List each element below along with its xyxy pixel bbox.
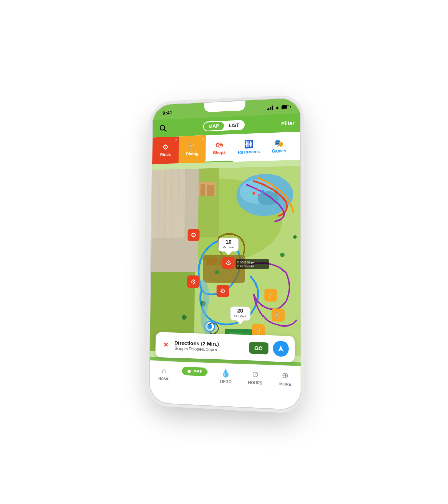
navigation-button[interactable]	[273, 341, 289, 357]
shops-label: Shops	[213, 150, 226, 155]
rides-label: Rides	[160, 152, 171, 158]
dining-icon: 🍴	[188, 142, 197, 150]
more-icon: ⊕	[282, 371, 289, 380]
nav-map[interactable]: MAP	[182, 367, 208, 376]
status-time: 9:41	[163, 110, 173, 116]
svg-text:X: 3382.52 px: X: 3382.52 px	[237, 261, 254, 264]
games-label: Games	[272, 148, 286, 154]
svg-rect-25	[200, 184, 205, 196]
category-games[interactable]: 🎭 Games	[265, 132, 294, 161]
directions-go-button[interactable]: GO	[249, 342, 269, 354]
svg-text:10: 10	[226, 239, 232, 245]
directions-close-button[interactable]: ✕	[161, 340, 170, 350]
svg-text:🍴: 🍴	[255, 327, 262, 334]
hpgo-label: HPGO	[220, 379, 232, 384]
restrooms-icon: 🚻	[244, 140, 254, 148]
bottom-nav: ⌂ HOME MAP 💧 HPGO ⊙ HOURS	[150, 360, 301, 410]
map-active-pill: MAP	[182, 367, 208, 376]
nav-more[interactable]: ⊕ MORE	[274, 371, 296, 387]
svg-text:⚙: ⚙	[226, 259, 231, 267]
status-icons: ▲	[267, 104, 289, 110]
svg-text:⚙: ⚙	[220, 287, 225, 295]
category-dining[interactable]: 🍴 Dining ✕	[179, 135, 206, 163]
dining-label: Dining	[186, 151, 198, 156]
svg-text:⚙: ⚙	[191, 231, 196, 238]
category-bar: ⚙ Rides ✕ 🍴 Dining ✕ 🛍 Shops 🚻 Restrooms	[152, 132, 300, 164]
nav-hours[interactable]: ⊙ HOURS	[245, 369, 266, 385]
svg-rect-26	[207, 185, 214, 196]
nav-hpgo[interactable]: 💧 HPGO	[215, 368, 236, 384]
svg-point-66	[187, 370, 191, 373]
notch	[204, 101, 246, 112]
rides-icon: ⚙	[162, 144, 169, 151]
map-toggle[interactable]: MAP	[204, 121, 224, 131]
home-icon: ⌂	[162, 366, 166, 375]
hours-label: HOURS	[248, 380, 262, 385]
svg-rect-17	[207, 258, 217, 265]
category-rides[interactable]: ⚙ Rides ✕	[152, 136, 179, 164]
directions-bar: ✕ Directions (2 Min.) SooperDooperLooper…	[155, 332, 295, 362]
screen: 9:41 ▲	[150, 98, 301, 410]
filter-button[interactable]: Filter	[281, 120, 295, 126]
svg-text:⚙: ⚙	[190, 278, 196, 286]
svg-point-62	[280, 253, 284, 257]
svg-text:20: 20	[237, 308, 243, 314]
games-icon: 🎭	[274, 139, 284, 147]
svg-text:Min Wait: Min Wait	[223, 246, 235, 249]
map-area[interactable]: ⚙ ⚙ ⚙ ⚙ 10 Min Wait	[150, 160, 301, 363]
rides-close-icon[interactable]: ✕	[175, 138, 178, 142]
category-shops[interactable]: 🛍 Shops	[206, 134, 233, 163]
map-list-toggle[interactable]: MAP LIST	[203, 120, 245, 131]
dining-close-icon[interactable]: ✕	[202, 137, 204, 141]
list-toggle[interactable]: LIST	[224, 121, 244, 130]
svg-rect-7	[152, 169, 186, 238]
restrooms-label: Restrooms	[238, 149, 260, 155]
search-button[interactable]	[158, 122, 168, 134]
directions-info: Directions (2 Min.) SooperDooperLooper	[174, 340, 244, 354]
svg-line-1	[164, 129, 166, 131]
phone-shell: 9:41 ▲	[150, 98, 301, 410]
hpgo-icon: 💧	[221, 369, 231, 378]
svg-text:🍴: 🍴	[267, 292, 275, 299]
svg-text:Min Wait: Min Wait	[234, 314, 246, 318]
shops-icon: 🛍	[216, 141, 223, 149]
svg-text:Y: 1073.79 px: Y: 1073.79 px	[237, 264, 254, 268]
nav-home[interactable]: ⌂ HOME	[154, 366, 174, 381]
svg-marker-65	[278, 346, 284, 352]
category-restrooms[interactable]: 🚻 Restrooms	[233, 133, 265, 162]
hours-icon: ⊙	[252, 370, 258, 379]
battery-icon	[282, 105, 289, 109]
svg-text:🍴: 🍴	[274, 312, 282, 318]
svg-point-60	[215, 270, 219, 274]
scene: 9:41 ▲	[0, 0, 448, 504]
signal-icon	[267, 106, 273, 110]
more-label: MORE	[279, 382, 291, 386]
svg-point-63	[293, 235, 297, 239]
wifi-icon: ▲	[275, 105, 279, 110]
home-label: HOME	[158, 377, 169, 381]
